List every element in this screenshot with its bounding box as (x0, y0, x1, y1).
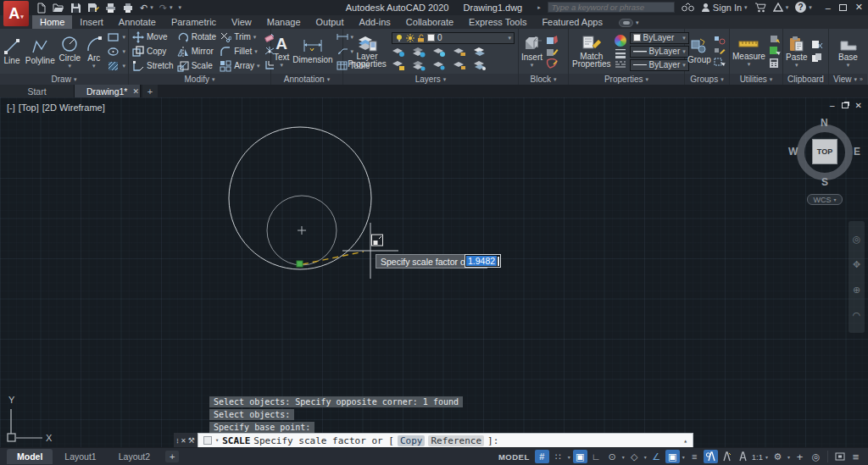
file-tab-start[interactable]: Start (0, 85, 75, 97)
trim-button[interactable]: Trim ▾ (220, 31, 259, 43)
viewport-menu-control[interactable]: [-] (7, 102, 15, 113)
group-button[interactable]: Group (687, 29, 711, 74)
array-button[interactable]: Array ▾ (220, 60, 259, 72)
stretch-button[interactable]: Stretch (132, 60, 174, 72)
open-file-icon[interactable] (53, 3, 64, 13)
command-close-icon[interactable]: ✕ (181, 437, 186, 445)
osnap-caret-icon[interactable]: ▾ (682, 454, 685, 460)
app-menu-button[interactable]: A ▾ (3, 1, 29, 26)
command-history-expand-icon[interactable]: ▴ (683, 437, 687, 445)
search-binoculars-icon[interactable] (682, 3, 694, 12)
line-button[interactable]: Line (3, 29, 21, 74)
save-as-icon[interactable] (87, 3, 99, 14)
layout-tab-model[interactable]: Model (7, 449, 53, 464)
measure-button[interactable]: Measure ▾ (732, 29, 765, 74)
viewport-visual-style-control[interactable]: [2D Wireframe] (42, 102, 105, 113)
plot-icon[interactable] (105, 3, 116, 14)
ungroup-icon[interactable] (714, 36, 726, 45)
layer-isolate-tool-icon[interactable] (412, 47, 426, 58)
snap-caret-icon[interactable]: ▾ (568, 454, 570, 460)
save-icon[interactable] (70, 3, 81, 14)
recent-commands-icon[interactable] (203, 436, 212, 445)
annotation-scale-icon-button[interactable] (736, 450, 750, 463)
move-button[interactable]: Move (132, 31, 174, 43)
polar-tracking-toggle[interactable]: ⊙ (605, 450, 620, 463)
cut-icon[interactable] (811, 40, 823, 50)
scale-caret-icon[interactable]: ▾ (765, 454, 768, 460)
copy-clip-icon[interactable] (811, 53, 823, 63)
group-selection-icon[interactable] (714, 58, 726, 67)
command-customize-icon[interactable]: ⚒ (188, 436, 195, 445)
dynamic-input-field[interactable]: 1.9482 (465, 254, 501, 268)
command-line-input[interactable]: ▾ SCALE Specify scale factor or [ Copy R… (198, 433, 693, 448)
isolate-objects-button[interactable]: ◎ (809, 450, 823, 463)
close-button[interactable]: ✕ (855, 2, 863, 13)
nav-pan-icon[interactable]: ✥ (853, 259, 860, 270)
text-button[interactable]: A Text ▾ (274, 29, 289, 74)
color-wheel-icon[interactable] (615, 35, 626, 47)
panel-label-modify[interactable]: Modify▾ (129, 74, 270, 85)
command-option-reference[interactable]: Reference (428, 435, 484, 446)
drawing-minimize-button[interactable]: – (830, 101, 835, 110)
hatch-button[interactable]: ▾ (107, 59, 125, 72)
osnap-tracking-toggle[interactable]: ∠ (649, 450, 664, 463)
match-properties-button[interactable]: Match Properties (572, 29, 611, 74)
mirror-button[interactable]: Mirror (177, 46, 216, 58)
panel-label-block[interactable]: Block▾ (519, 74, 568, 85)
iso-caret-icon[interactable]: ▾ (644, 454, 647, 460)
command-option-copy[interactable]: Copy (398, 435, 426, 446)
layer-thaw-tool-icon[interactable] (432, 60, 446, 71)
layer-unlock-tool-icon[interactable] (453, 60, 466, 71)
workspace-switching-button[interactable]: ⚙ (771, 450, 785, 463)
annotation-autoscale-toggle[interactable] (720, 450, 734, 463)
snap-mode-toggle[interactable]: ∷ (551, 450, 565, 463)
layout-tab-layout2[interactable]: Layout2 (108, 449, 160, 464)
layer-dropdown[interactable]: 0 ▾ (392, 32, 515, 44)
help-button[interactable]: ? ▾ (795, 2, 812, 13)
tab-insert[interactable]: Insert (72, 15, 111, 29)
grid-display-toggle[interactable]: # (535, 450, 549, 463)
dimension-button[interactable]: Dimension (292, 29, 332, 74)
rectangle-button[interactable]: ▾ (107, 30, 125, 43)
layer-freeze-tool-icon[interactable] (432, 47, 446, 58)
object-snap-toggle[interactable]: ▣ (665, 450, 680, 463)
id-point-icon[interactable] (769, 34, 781, 44)
layer-previous-tool-icon[interactable] (392, 60, 405, 71)
annotation-monitor-button[interactable]: + (793, 450, 807, 463)
linetype-dropdown[interactable]: ByLayer ▾ (630, 59, 689, 71)
lineweight-dropdown[interactable]: ByLayer ▾ (630, 46, 689, 58)
app-store-cart-icon[interactable] (754, 3, 766, 13)
layer-properties-button[interactable]: Layer Properties (347, 29, 387, 74)
insert-button[interactable]: Insert ▾ (521, 29, 542, 74)
tab-parametric[interactable]: Parametric (164, 15, 224, 29)
viewcube-top-face[interactable]: TOP (812, 139, 837, 164)
tab-home[interactable]: Home (32, 15, 72, 29)
viewcube-north[interactable]: N (821, 117, 828, 129)
layer-walk-tool-icon[interactable] (412, 60, 426, 71)
new-layout-button[interactable]: + (165, 451, 179, 462)
ucs-icon[interactable]: Y X (8, 395, 53, 443)
object-color-dropdown[interactable]: ByLayer ▾ (630, 32, 689, 44)
circle-button[interactable]: Circle ▾ (58, 29, 81, 74)
layout-tab-layout1[interactable]: Layout1 (54, 449, 106, 464)
drawing-close-button[interactable]: ✕ (855, 101, 862, 110)
annotation-visibility-toggle[interactable] (704, 450, 718, 463)
base-point-grip[interactable] (297, 261, 303, 267)
ortho-mode-toggle[interactable]: ∟ (589, 450, 604, 463)
tab-manage[interactable]: Manage (259, 15, 309, 29)
annotation-scale-value[interactable]: 1:1 (752, 452, 763, 462)
scale-button[interactable]: Scale (177, 60, 216, 72)
command-line-grip[interactable]: ⁝ ✕ ⚒ (174, 433, 198, 448)
create-block-icon[interactable] (546, 35, 559, 45)
search-input[interactable] (548, 2, 675, 13)
viewport-view-control[interactable]: [Top] (19, 102, 39, 113)
drawing-restore-button[interactable] (842, 102, 849, 108)
tab-express-tools[interactable]: Express Tools (461, 15, 534, 29)
arc-button[interactable]: Arc ▾ (85, 29, 103, 74)
edit-block-icon[interactable] (546, 47, 559, 57)
tab-collaborate[interactable]: Collaborate (398, 15, 461, 29)
sign-in-button[interactable]: Sign In ▾ (701, 3, 748, 13)
panel-label-annotation[interactable]: Annotation▾ (271, 74, 342, 85)
panel-label-view[interactable]: View▾» (829, 74, 867, 85)
viewcube-west[interactable]: W (788, 146, 798, 158)
